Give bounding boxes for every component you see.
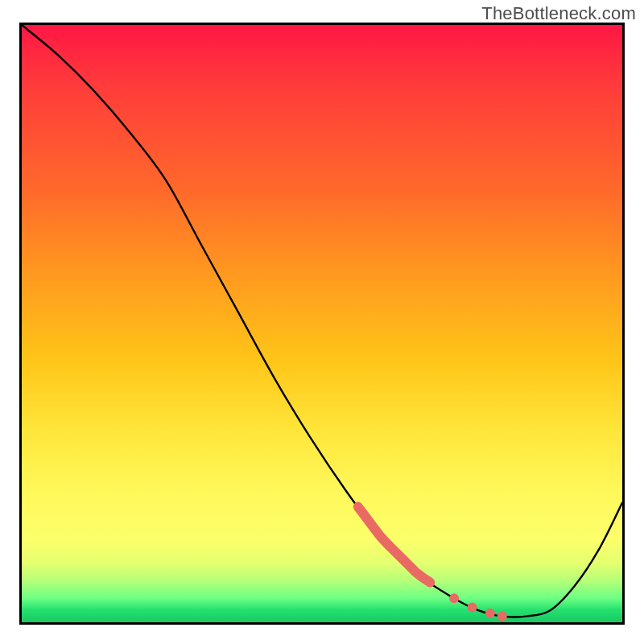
highlight-dots — [449, 593, 507, 621]
highlight-dot — [485, 609, 495, 618]
highlight-dot — [468, 602, 477, 612]
highlight-dot — [449, 593, 459, 603]
bottleneck-curve — [22, 25, 622, 617]
chart-container: TheBottleneck.com — [0, 0, 644, 644]
highlight-segment — [358, 507, 431, 583]
highlight-dot — [497, 612, 507, 621]
watermark-text: TheBottleneck.com — [481, 3, 636, 24]
chart-svg-layer — [22, 25, 622, 622]
